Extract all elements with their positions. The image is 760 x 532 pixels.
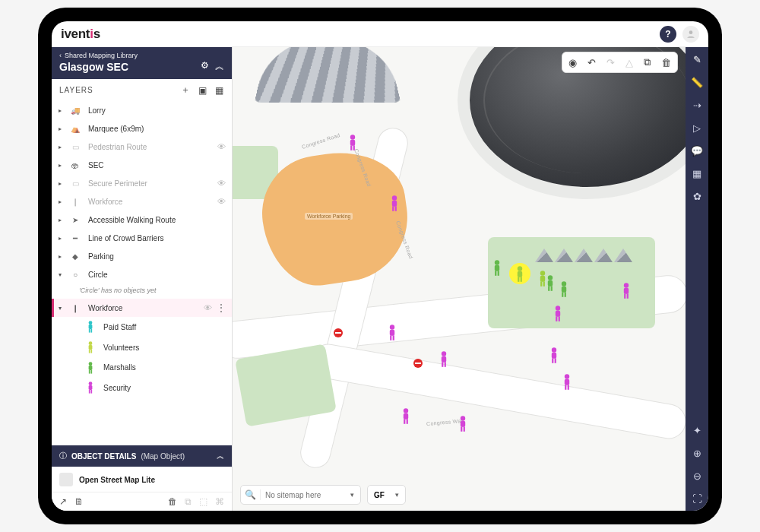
svg-rect-6: [89, 345, 93, 350]
add-layer-icon[interactable]: ＋: [181, 84, 191, 97]
pen-tool-icon[interactable]: ✎: [689, 52, 705, 67]
calendar-icon[interactable]: ▦: [689, 166, 705, 181]
expander-icon[interactable]: ▾: [56, 271, 64, 278]
layer-row[interactable]: ▸ ━ Line of Crowd Barriers: [52, 229, 232, 247]
gear-icon[interactable]: ⚙: [201, 60, 209, 73]
map-person-marker[interactable]: [438, 351, 450, 372]
svg-rect-40: [464, 426, 465, 431]
expander-icon[interactable]: ▾: [56, 305, 64, 312]
expander-icon[interactable]: ▸: [56, 235, 64, 242]
visibility-icon[interactable]: 👁: [204, 303, 212, 312]
layer-row[interactable]: ▸ ▭ Pedestrian Route 👁: [52, 138, 232, 156]
floor-dropdown-icon[interactable]: ▾: [389, 491, 405, 499]
copy-icon[interactable]: ⧉: [644, 56, 651, 68]
map-person-marker[interactable]: [548, 347, 560, 368]
layer-grid-icon[interactable]: ▦: [215, 85, 224, 96]
layer-child-row[interactable]: Security: [52, 378, 232, 398]
expander-icon[interactable]: ▸: [56, 107, 64, 114]
comment-icon[interactable]: 💬: [689, 143, 705, 158]
map-person-marker[interactable]: [558, 281, 570, 302]
app-screen: iventis ? ‹ Shared Mapping Library Glasg…: [52, 21, 708, 511]
layer-row[interactable]: ▾ ❙ Workforce 👁 ⋮: [52, 299, 232, 317]
user-avatar[interactable]: [682, 26, 699, 43]
svg-point-37: [461, 416, 465, 420]
layer-row[interactable]: ▸ ❙ Workforce 👁: [52, 192, 232, 211]
visibility-icon[interactable]: 👁: [217, 142, 226, 151]
help-icon[interactable]: ?: [660, 26, 676, 43]
ruler-icon[interactable]: 📏: [689, 74, 705, 90]
sitemap-dropdown-icon[interactable]: ▾: [344, 491, 360, 499]
redo-icon[interactable]: ↷: [606, 57, 615, 68]
sitemap-input[interactable]: [261, 491, 344, 499]
map-person-marker[interactable]: [544, 275, 556, 296]
object-details-bar[interactable]: ⓘ OBJECT DETAILS (Map Object) ︽: [52, 445, 232, 467]
sitemap-search[interactable]: 🔍 ▾: [240, 485, 361, 505]
layer-child-row[interactable]: Volunteers: [52, 337, 232, 358]
layer-folder-icon[interactable]: ▣: [198, 85, 207, 96]
trash-icon[interactable]: 🗑: [168, 496, 177, 507]
share-icon[interactable]: ↗: [59, 496, 67, 507]
layer-row[interactable]: ▸ 🚚 Lorry: [52, 101, 232, 119]
layer-row[interactable]: ▸ ➤ Accessible Walking Route: [52, 211, 232, 229]
svg-rect-56: [627, 293, 629, 298]
svg-rect-20: [353, 145, 355, 150]
document-icon[interactable]: 🗎: [74, 496, 84, 507]
map-canvas[interactable]: Workforce Parking Congress Road Congress…: [233, 47, 686, 511]
expander-icon[interactable]: ▸: [56, 253, 64, 260]
settings-icon[interactable]: ✿: [689, 188, 705, 204]
svg-point-9: [89, 362, 93, 366]
map-person-marker[interactable]: [400, 408, 412, 429]
undo-icon[interactable]: ↶: [587, 57, 596, 68]
group-icon[interactable]: ⬚: [199, 496, 207, 507]
map-person-marker[interactable]: [388, 195, 401, 216]
copy-icon[interactable]: ⧉: [185, 496, 192, 507]
layer-row[interactable]: ▸ ▭ Secure Perimeter 👁: [52, 174, 232, 192]
layer-row[interactable]: ▸ 🏟 SEC: [52, 156, 232, 174]
map-person-marker[interactable]: [514, 266, 526, 287]
zoom-out-icon[interactable]: ⊖: [689, 468, 705, 483]
layer-type-icon: ▭: [67, 179, 84, 188]
zoom-in-icon[interactable]: ⊕: [689, 445, 705, 461]
map-person-marker[interactable]: [347, 135, 359, 155]
fullscreen-icon[interactable]: ⛶: [689, 491, 705, 506]
visibility-icon[interactable]: 👁: [217, 197, 226, 206]
basemap-thumb: [59, 473, 73, 486]
map-person-marker[interactable]: [552, 306, 564, 326]
trash-icon[interactable]: 🗑: [661, 57, 671, 68]
layer-row[interactable]: ▸ ⛺ Marquee (6x9m): [52, 119, 232, 138]
expander-icon[interactable]: ▸: [56, 144, 64, 150]
map-person-marker[interactable]: [457, 416, 469, 436]
layer-child-row[interactable]: Paid Staff: [52, 317, 232, 337]
breadcrumb[interactable]: ‹ Shared Mapping Library: [59, 52, 224, 59]
link-icon[interactable]: ⌘: [215, 496, 224, 507]
person-icon: [686, 29, 696, 40]
collapse-panel-icon[interactable]: ︽: [215, 60, 224, 73]
marquee-row: [535, 249, 632, 262]
layer-child-row[interactable]: Marshalls: [52, 358, 232, 378]
layer-row[interactable]: ▸ ◆ Parking: [52, 247, 232, 265]
triangle-icon[interactable]: △: [625, 57, 633, 68]
svg-rect-42: [552, 353, 556, 359]
info-icon: ⓘ: [59, 451, 67, 461]
floor-picker[interactable]: GF ▾: [367, 485, 406, 505]
visibility-icon[interactable]: 👁: [217, 179, 226, 188]
collapse-details-icon[interactable]: ︽: [217, 451, 224, 461]
expander-icon[interactable]: ▸: [56, 125, 64, 132]
map-person-marker[interactable]: [561, 374, 573, 394]
map-person-marker[interactable]: [386, 325, 398, 345]
expander-icon[interactable]: ▸: [56, 180, 64, 187]
expander-icon[interactable]: ▸: [56, 198, 64, 205]
pointer-icon[interactable]: ▷: [689, 120, 705, 135]
expander-icon[interactable]: ▸: [56, 217, 64, 223]
compass-icon[interactable]: ✦: [689, 423, 705, 438]
layer-name: Lorry: [88, 106, 226, 115]
kebab-icon[interactable]: ⋮: [217, 302, 226, 313]
record-icon[interactable]: ◉: [568, 57, 577, 68]
connector-icon[interactable]: ⇢: [689, 97, 705, 112]
map-person-marker[interactable]: [491, 260, 503, 280]
basemap-row[interactable]: Open Street Map Lite: [52, 467, 232, 492]
map-person-marker[interactable]: [620, 283, 632, 303]
layer-row[interactable]: ▾ ○ Circle: [52, 265, 232, 283]
expander-icon[interactable]: ▸: [56, 162, 64, 169]
svg-rect-50: [556, 311, 560, 317]
